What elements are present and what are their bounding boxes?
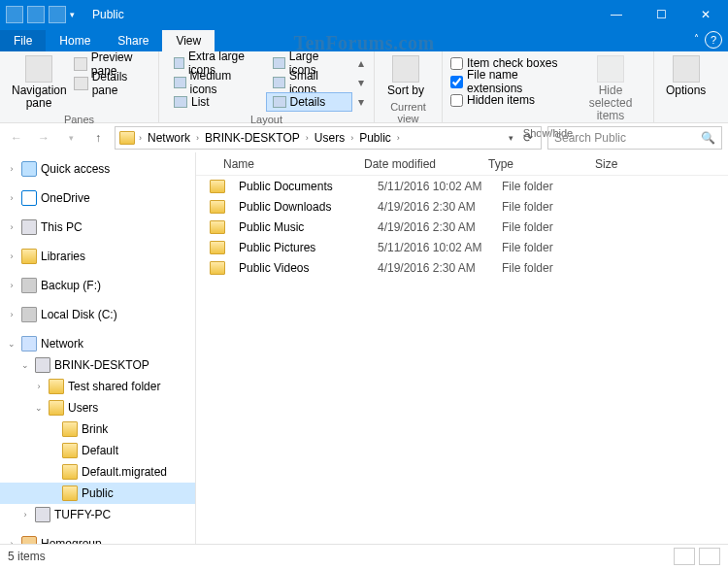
refresh-icon[interactable]: ⟳ (519, 131, 537, 145)
file-date: 5/11/2016 10:02 AM (370, 241, 494, 254)
file-row[interactable]: Public Videos 4/19/2016 2:30 AM File fol… (196, 257, 728, 278)
collapse-ribbon-icon[interactable]: ˄ (694, 33, 699, 44)
folder-icon (210, 180, 225, 193)
tab-view[interactable]: View (162, 30, 215, 51)
hide-selected-icon (597, 55, 624, 83)
file-type: File folder (494, 241, 601, 254)
tree-brink-desktop[interactable]: ⌄BRINK-DESKTOP (0, 354, 195, 376)
tree-user-brink[interactable]: Brink (0, 418, 195, 440)
chevron-right-icon[interactable]: › (194, 133, 201, 143)
navigation-pane-icon (25, 55, 52, 83)
minimize-button[interactable]: — (594, 0, 639, 29)
file-name: Public Pictures (231, 241, 370, 254)
group-label: Current view (382, 99, 434, 126)
item-count: 5 items (8, 550, 46, 563)
layout-small[interactable]: Small icons (266, 73, 353, 92)
file-date: 4/19/2016 2:30 AM (370, 220, 494, 234)
navigation-pane-label: Navigation pane (12, 84, 66, 110)
hidden-items-toggle[interactable]: Hidden items (450, 91, 572, 109)
file-type: File folder (494, 220, 601, 234)
tree-homegroup[interactable]: ›Homegroup (0, 533, 195, 544)
group-label: Panes (8, 112, 150, 127)
help-icon[interactable]: ? (705, 31, 722, 49)
navigation-tree[interactable]: ›Quick access ›OneDrive ›This PC ›Librar… (0, 152, 196, 544)
status-bar: 5 items (0, 544, 728, 567)
breadcrumb[interactable]: Users (313, 131, 347, 145)
file-rows: Public Documents 5/11/2016 10:02 AM File… (196, 176, 728, 278)
tree-user-public[interactable]: Public (0, 483, 195, 504)
maximize-button[interactable]: ☐ (639, 0, 683, 29)
file-row[interactable]: Public Pictures 5/11/2016 10:02 AM File … (196, 237, 728, 257)
col-date[interactable]: Date modified (356, 157, 480, 171)
col-name[interactable]: Name (196, 157, 356, 171)
forward-button[interactable]: → (33, 127, 54, 149)
breadcrumb[interactable]: Public (357, 131, 393, 145)
hide-selected-button[interactable]: Hide selected items (576, 53, 645, 125)
tab-share[interactable]: Share (104, 30, 162, 51)
back-button[interactable]: ← (6, 127, 27, 149)
location-icon (119, 131, 135, 145)
layout-gallery[interactable]: Extra large icons Large icons Medium ico… (167, 53, 352, 112)
chevron-right-icon[interactable]: › (348, 133, 355, 143)
col-size[interactable]: Size (587, 157, 665, 171)
details-pane-button[interactable]: Details pane (74, 75, 150, 92)
ribbon-tabs: File Home Share View ˄ ? (0, 29, 728, 51)
file-date: 5/11/2016 10:02 AM (370, 180, 494, 193)
tree-quick-access[interactable]: ›Quick access (0, 158, 195, 180)
breadcrumb[interactable]: Network (146, 131, 192, 145)
qat-item[interactable] (49, 6, 66, 23)
tree-onedrive[interactable]: ›OneDrive (0, 187, 195, 209)
address-dropdown-icon[interactable]: ▾ (505, 133, 517, 143)
group-label: Layout (167, 112, 366, 127)
search-input[interactable]: Search Public 🔍 (547, 126, 722, 150)
file-type: File folder (494, 180, 601, 193)
sort-by-button[interactable]: Sort by (382, 53, 429, 99)
layout-scroll[interactable]: ▴▾▾ (356, 53, 366, 112)
file-list: Name Date modified Type Size Public Docu… (196, 152, 728, 544)
file-row[interactable]: Public Downloads 4/19/2016 2:30 AM File … (196, 196, 728, 217)
file-name-extensions-toggle[interactable]: File name extensions (450, 73, 572, 90)
qat-item[interactable] (27, 6, 45, 23)
folder-icon (210, 220, 225, 234)
layout-medium[interactable]: Medium icons (167, 73, 260, 92)
chevron-right-icon[interactable]: › (304, 133, 311, 143)
tab-home[interactable]: Home (46, 30, 104, 51)
file-row[interactable]: Public Documents 5/11/2016 10:02 AM File… (196, 176, 728, 196)
tab-file[interactable]: File (0, 30, 46, 51)
tree-network[interactable]: ⌄Network (0, 333, 195, 354)
column-headers[interactable]: Name Date modified Type Size (196, 152, 728, 176)
up-button[interactable]: ↑ (87, 127, 109, 149)
chevron-right-icon[interactable]: › (137, 133, 144, 143)
details-view-button[interactable] (674, 548, 695, 565)
tree-local-disk-c[interactable]: ›Local Disk (C:) (0, 304, 195, 325)
tree-user-default[interactable]: Default (0, 440, 195, 461)
address-bar[interactable]: › Network › BRINK-DESKTOP › Users › Publ… (115, 126, 542, 150)
folder-icon (210, 241, 225, 254)
chevron-right-icon[interactable]: › (395, 133, 402, 143)
options-button[interactable]: Options (662, 53, 710, 99)
thumbnails-view-button[interactable] (699, 548, 720, 565)
tree-libraries[interactable]: ›Libraries (0, 246, 195, 267)
qat-overflow-icon[interactable]: ▾ (70, 10, 75, 19)
breadcrumb[interactable]: BRINK-DESKTOP (203, 131, 302, 145)
tree-tuffy-pc[interactable]: ›TUFFY-PC (0, 504, 195, 525)
search-placeholder: Search Public (554, 131, 626, 145)
file-name: Public Music (231, 220, 370, 234)
ribbon: Navigation pane Preview pane Details pan… (0, 51, 728, 123)
recent-locations-button[interactable]: ▾ (60, 127, 82, 149)
col-type[interactable]: Type (480, 157, 587, 171)
layout-list[interactable]: List (167, 92, 260, 112)
tree-users[interactable]: ⌄Users (0, 397, 195, 418)
close-button[interactable]: ✕ (683, 0, 728, 29)
file-row[interactable]: Public Music 4/19/2016 2:30 AM File fold… (196, 217, 728, 237)
layout-details[interactable]: Details (266, 92, 353, 112)
tree-user-default-migrated[interactable]: Default.migrated (0, 461, 195, 483)
folder-icon (210, 261, 225, 275)
file-name: Public Downloads (231, 200, 370, 214)
tree-backup[interactable]: ›Backup (F:) (0, 275, 195, 296)
file-type: File folder (494, 261, 601, 275)
navigation-pane-button[interactable]: Navigation pane (8, 53, 70, 112)
tree-this-pc[interactable]: ›This PC (0, 217, 195, 238)
sort-icon (392, 55, 419, 83)
tree-test-shared[interactable]: ›Test shared folder (0, 376, 195, 397)
